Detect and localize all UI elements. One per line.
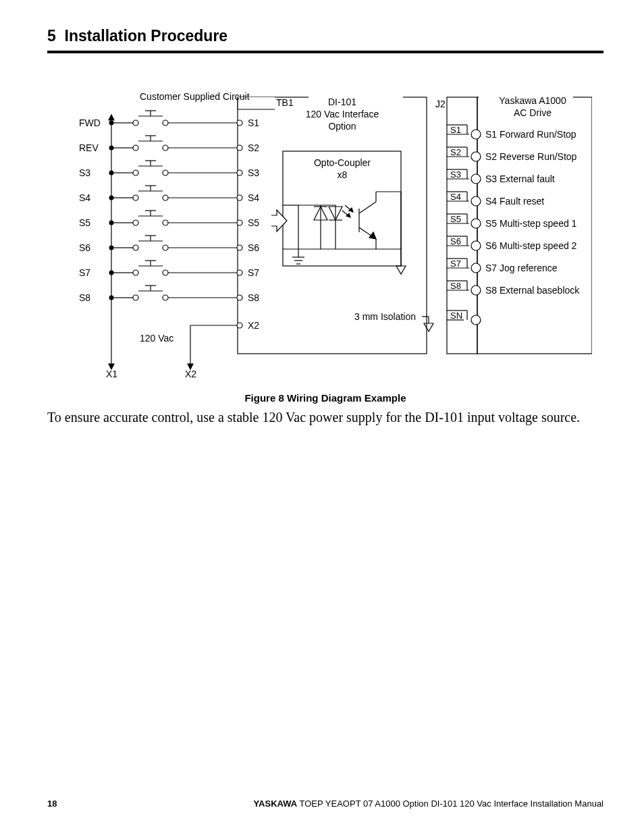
section-number: 5 [47,27,56,45]
svg-point-36 [163,120,168,126]
drive-pin: S2 [450,147,461,157]
svg-point-118 [471,130,481,139]
tb1-pin: S8 [248,292,259,303]
drive-desc: S8 External baseblock [485,285,580,296]
svg-point-86 [237,245,242,250]
svg-point-138 [471,241,481,250]
svg-point-98 [133,295,138,300]
figure-caption: Figure 8 Wiring Diagram Example [47,392,603,404]
svg-marker-25 [369,232,376,239]
input-row: S4S4 [79,186,259,203]
label-drive-2: AC Drive [514,107,552,118]
label-customer: Customer Supplied Circuit [140,91,250,102]
drive-desc: S2 Reverse Run/Stop [485,151,577,162]
input-code: S8 [79,292,90,303]
wiring-diagram: TB1 DI-101 120 Vac Interface Option Opto… [59,90,592,384]
svg-point-126 [471,174,481,184]
svg-point-134 [471,219,481,228]
tb1-pin: S7 [248,267,259,278]
drive-desc: S5 Multi-step speed 1 [485,218,577,229]
svg-point-150 [471,315,481,325]
svg-point-81 [163,245,168,250]
body-paragraph: To ensure accurate control, use a stable… [47,409,603,426]
svg-point-130 [471,196,481,206]
section-title: Installation Procedure [65,27,228,45]
page-number: 18 [47,799,57,809]
x2-pin-label: X2 [248,320,259,331]
drive-pin: S8 [450,281,461,291]
input-code: REV [79,142,99,153]
footer-title: YASKAWA TOEP YEAOPT 07 A1000 Option DI-1… [254,799,603,809]
section-heading: 5 Installation Procedure [47,27,603,45]
svg-point-77 [237,220,242,225]
svg-marker-21 [349,208,353,212]
svg-line-23 [359,202,376,213]
page-footer: 18 YASKAWA TOEP YEAOPT 07 A1000 Option D… [47,799,603,809]
drive-pin: S3 [450,169,461,180]
input-row: S8S8 [79,286,259,303]
svg-point-95 [237,270,242,275]
svg-point-59 [237,170,242,176]
right-terminal-rows: S1S1 Forward Run/StopS2S2 Reverse Run/St… [447,125,580,296]
input-code: FWD [79,117,101,128]
drive-pin: S7 [450,259,461,269]
diagram-container: TB1 DI-101 120 Vac Interface Option Opto… [47,90,603,384]
isolation-symbol-icon [422,317,433,331]
drive-terminal-row: S3S3 External fault [447,169,555,184]
drive-desc: S4 Fault reset [485,196,544,207]
svg-point-72 [163,220,168,225]
label-120vac: 120 Vac [140,333,173,344]
opto-internals [283,192,406,274]
svg-point-63 [163,195,168,200]
input-row: S3S3 [79,161,259,178]
input-row: FWDS1 [79,111,259,128]
label-isolation: 3 mm Isolation [354,311,416,322]
drive-pin: S6 [450,236,461,246]
svg-point-50 [237,145,242,151]
svg-point-90 [163,270,168,275]
svg-marker-111 [109,115,114,120]
drive-pin: S4 [450,192,461,202]
tb1-pin: S6 [248,242,259,253]
svg-point-146 [471,286,481,295]
input-code: S5 [79,217,90,228]
left-input-rows: FWDS1REVS2S3S3S4S4S5S5S6S6S7S7S8S8 [79,111,259,303]
svg-point-41 [237,120,242,126]
drive-terminal-row: S2S2 Reverse Run/Stop [447,147,577,162]
drive-desc: S7 Jog reference [485,263,558,273]
tb1-pin: S4 [248,192,259,203]
svg-point-44 [133,145,138,151]
svg-point-122 [471,152,481,161]
input-row: S6S6 [79,236,259,253]
drive-terminal-row: S4S4 Fault reset [447,192,544,207]
heading-rule [47,51,603,53]
svg-point-68 [237,195,242,200]
tb1-pin: S3 [248,167,259,178]
drive-desc: S3 External fault [485,173,555,184]
drive-terminal-row: S1S1 Forward Run/Stop [447,125,576,140]
input-code: S4 [79,192,90,203]
tb1-pin: S1 [248,117,259,128]
input-row: S7S7 [79,261,259,278]
drive-desc: S6 Multi-step speed 2 [485,240,577,251]
drive-terminal-row: S8S8 External baseblock [447,281,580,296]
footer-brand: YASKAWA [254,799,298,809]
input-code: S6 [79,242,90,253]
tb1-pin: S2 [248,142,259,153]
svg-point-142 [471,263,481,273]
tb1-pin: S5 [248,217,259,228]
svg-marker-31 [396,266,406,274]
label-opto-2: x8 [338,169,348,180]
footer-doc: TOEP YEAOPT 07 A1000 Option DI-101 120 V… [297,799,603,809]
page: 5 Installation Procedure TB1 DI-101 120 … [0,0,644,837]
input-row: REVS2 [79,136,259,153]
label-x1: X1 [106,369,117,379]
svg-marker-19 [346,213,350,217]
drive-terminal-row: S5S5 Multi-step speed 1 [447,214,577,229]
svg-point-80 [133,245,138,250]
arrow-into-opto [271,210,287,232]
drive-desc: S1 Forward Run/Stop [485,129,576,140]
svg-point-71 [133,220,138,225]
svg-point-99 [163,295,168,300]
svg-point-62 [133,195,138,200]
